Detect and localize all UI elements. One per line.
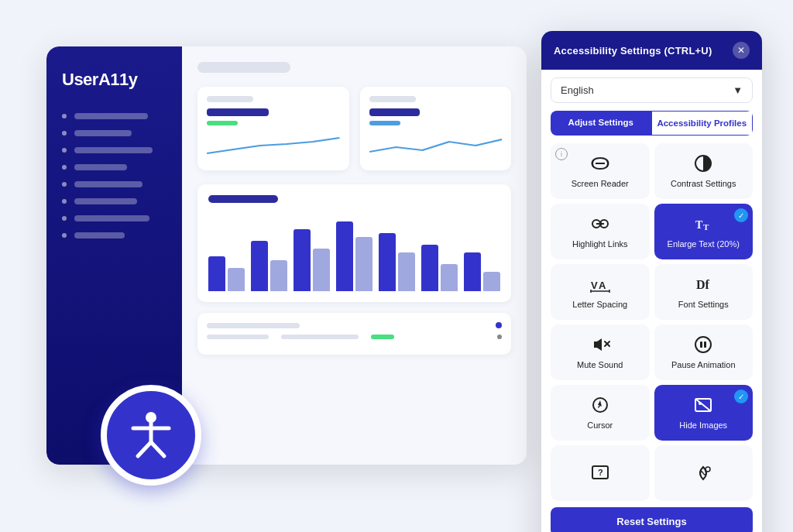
sidebar-line xyxy=(74,130,132,136)
letter-spacing-icon: V A xyxy=(589,273,611,295)
mute-sound-icon xyxy=(589,334,611,355)
help-icon: ? xyxy=(589,462,611,484)
mute-sound-label: Mute Sound xyxy=(577,359,623,370)
sidebar-dot xyxy=(62,114,67,118)
enlarge-text-label: Enlarge Text (20%) xyxy=(668,239,740,249)
setting-hide-images[interactable]: ✓ Hide Images xyxy=(654,385,754,441)
svg-line-3 xyxy=(138,442,151,456)
setting-color-blind[interactable] xyxy=(654,445,754,501)
chart-section xyxy=(197,184,511,302)
sidebar-nav-item xyxy=(62,232,166,239)
sidebar-line xyxy=(74,232,125,239)
check-badge: ✓ xyxy=(734,208,748,222)
svg-text:Df: Df xyxy=(696,278,710,291)
panel-title: Accessibility Settings (CTRL+U) xyxy=(554,45,712,57)
sidebar-line xyxy=(74,181,142,187)
card-title xyxy=(369,96,416,102)
sidebar-dot xyxy=(62,233,67,238)
svg-point-27 xyxy=(699,402,702,405)
svg-line-26 xyxy=(695,399,711,411)
svg-line-4 xyxy=(151,442,164,456)
main-topbar xyxy=(197,62,290,73)
contrast-icon xyxy=(692,153,714,174)
font-settings-label: Font Settings xyxy=(678,299,729,310)
language-select[interactable]: English ▼ xyxy=(551,77,753,103)
accessibility-person-icon xyxy=(124,408,178,462)
card-value xyxy=(207,108,269,116)
contrast-label: Contrast Settings xyxy=(671,178,736,189)
sidebar-dot xyxy=(62,182,67,187)
panel-body: English ▼ Adjust Settings Accessibility … xyxy=(541,70,762,532)
chart-title xyxy=(208,195,278,203)
cards-row xyxy=(197,87,511,170)
bottom-section xyxy=(197,313,511,355)
card-status xyxy=(369,121,400,125)
svg-text:V: V xyxy=(591,280,598,291)
cursor-label: Cursor xyxy=(587,420,613,431)
card-2 xyxy=(360,87,512,170)
panel-header: Accessibility Settings (CTRL+U) ✕ xyxy=(541,31,762,70)
card-title xyxy=(207,96,253,102)
info-icon: i xyxy=(555,148,568,160)
screen-reader-icon xyxy=(589,153,611,174)
setting-letter-spacing[interactable]: V A Letter Spacing xyxy=(551,264,650,320)
tab-bar: Adjust Settings Accessibility Profiles xyxy=(551,111,753,136)
cursor-icon xyxy=(589,394,611,416)
svg-rect-23 xyxy=(704,342,706,348)
scene: UserA11y xyxy=(0,0,793,532)
svg-marker-18 xyxy=(594,338,602,351)
sidebar-nav-item xyxy=(62,164,166,170)
font-settings-icon: Df xyxy=(692,273,714,295)
color-blind-icon xyxy=(692,462,714,484)
svg-point-30 xyxy=(705,467,710,472)
sidebar-line xyxy=(74,147,153,153)
check-badge: ✓ xyxy=(734,390,748,403)
setting-contrast[interactable]: Contrast Settings xyxy=(654,143,754,199)
chevron-down-icon: ▼ xyxy=(733,84,743,96)
pause-animation-label: Pause Animation xyxy=(671,359,736,370)
sidebar-nav-item xyxy=(62,198,166,204)
bar-chart xyxy=(208,214,500,291)
letter-spacing-label: Letter Spacing xyxy=(572,299,627,310)
settings-grid: i Screen Reader Contrast Setti xyxy=(551,143,753,501)
accessibility-icon-circle[interactable] xyxy=(101,385,201,486)
setting-cursor[interactable]: Cursor xyxy=(551,385,650,441)
card-value xyxy=(369,108,420,116)
highlight-links-icon xyxy=(589,213,611,235)
svg-rect-22 xyxy=(700,342,702,348)
setting-font[interactable]: Df Font Settings xyxy=(654,264,754,320)
language-value: English xyxy=(561,84,594,96)
pause-animation-icon xyxy=(692,334,714,355)
sidebar-dot xyxy=(62,165,67,170)
sidebar-dot xyxy=(62,199,67,204)
tab-adjust-settings[interactable]: Adjust Settings xyxy=(551,111,651,136)
sidebar-line xyxy=(74,113,148,119)
svg-text:A: A xyxy=(599,280,606,291)
sidebar-nav-item xyxy=(62,181,166,187)
sidebar-line xyxy=(74,198,137,204)
setting-highlight-links[interactable]: Highlight Links xyxy=(551,204,650,259)
hide-images-icon xyxy=(692,394,714,416)
svg-point-21 xyxy=(695,337,711,352)
sidebar-dot xyxy=(62,216,67,221)
dashboard-logo: UserA11y xyxy=(62,70,166,90)
dashboard-main xyxy=(182,46,527,465)
sidebar-nav-item xyxy=(62,130,166,136)
tab-accessibility-profiles[interactable]: Accessibility Profiles xyxy=(651,111,754,136)
sidebar-line xyxy=(74,215,149,221)
sidebar-nav-item xyxy=(62,113,166,119)
highlight-links-label: Highlight Links xyxy=(572,239,628,249)
setting-mute-sound[interactable]: Mute Sound xyxy=(551,324,650,380)
svg-text:?: ? xyxy=(598,468,603,477)
setting-enlarge-text[interactable]: ✓ T T Enlarge Text (20%) xyxy=(654,204,754,259)
card-chart xyxy=(207,130,340,161)
setting-pause-animation[interactable]: Pause Animation xyxy=(654,324,754,380)
reset-button[interactable]: Reset Settings xyxy=(551,507,753,532)
card-status xyxy=(207,121,238,125)
card-chart xyxy=(369,130,503,161)
accessibility-panel: Accessibility Settings (CTRL+U) ✕ Englis… xyxy=(541,31,762,532)
sidebar-nav-item xyxy=(62,147,166,153)
close-button[interactable]: ✕ xyxy=(733,42,750,59)
setting-help[interactable]: ? xyxy=(551,445,650,501)
setting-screen-reader[interactable]: i Screen Reader xyxy=(551,143,650,199)
